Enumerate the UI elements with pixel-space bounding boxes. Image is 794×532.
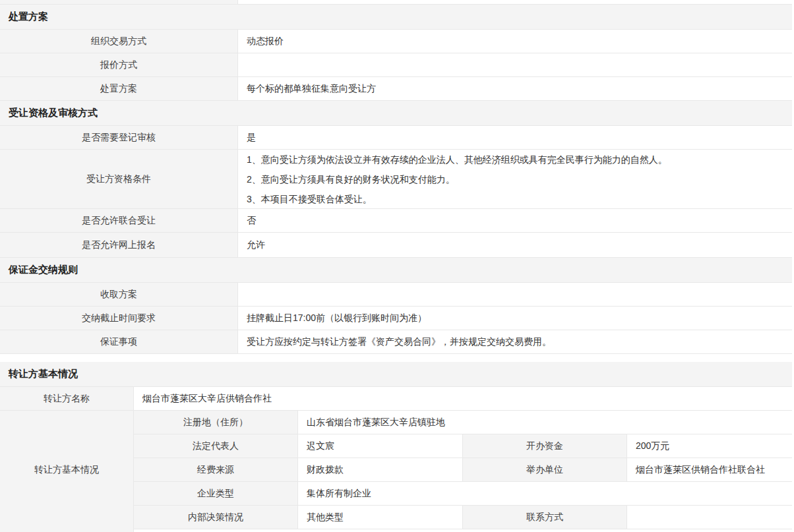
field-label: 举办单位 [463, 458, 627, 481]
field-label: 联系方式 [463, 506, 627, 529]
section-title: 转让方基本情况 [9, 368, 78, 380]
field-value: 动态报价 [238, 30, 792, 53]
field-value: 否 [238, 209, 792, 232]
cutoff-value-cell [134, 529, 792, 532]
field-value: 挂牌截止日17:00前（以银行到账时间为准） [238, 307, 792, 330]
detail-row-enterprise-type: 企业类型 集体所有制企业 [134, 482, 792, 506]
field-row-guarantee-matters: 保证事项 受让方应按约定与转让方签署《资产交易合同》，并按规定交纳交易费用。 [0, 330, 792, 354]
field-label: 转让方名称 [0, 387, 134, 410]
section-header-deposit-rules: 保证金交纳规则 [0, 258, 792, 283]
field-row-disposal-plan: 处置方案 每个标的都单独征集意向受让方 [0, 77, 792, 101]
field-row-registration-review: 是否需要登记审核 是 [0, 126, 792, 150]
field-label: 开办资金 [463, 434, 627, 458]
cutoff-next-row [0, 529, 792, 532]
field-value: 烟台市蓬莱区供销合作社联合社 [627, 458, 792, 481]
field-row-qualification-conditions: 受让方资格条件 1、意向受让方须为依法设立并有效存续的企业法人、其他经济组织或具… [0, 150, 792, 209]
group-rowspan-label: 转让方基本情况 [0, 411, 134, 529]
section-title: 保证金交纳规则 [9, 264, 78, 276]
field-value: 是 [238, 126, 792, 149]
field-label: 是否允许联合受让 [0, 209, 238, 232]
field-label: 经费来源 [134, 458, 298, 481]
condition-line: 2、意向受让方须具有良好的财务状况和支付能力。 [247, 169, 455, 189]
table-gap [0, 354, 792, 362]
section-title: 处置方案 [9, 11, 48, 23]
detail-row-registered-address: 注册地（住所） 山东省烟台市蓬莱区大辛店镇驻地 [134, 411, 792, 434]
field-label: 受让方资格条件 [0, 150, 238, 208]
detail-row-legal-rep-capital: 法定代表人 迟文宸 开办资金 200万元 [134, 434, 792, 458]
field-label: 报价方式 [0, 53, 238, 76]
field-label: 处置方案 [0, 77, 238, 100]
field-row-transferor-name: 转让方名称 烟台市蓬莱区大辛店供销合作社 [0, 387, 792, 411]
cutoff-group-label-cell [0, 529, 134, 532]
transferor-detail-group: 转让方基本情况 注册地（住所） 山东省烟台市蓬莱区大辛店镇驻地 法定代表人 迟文… [0, 411, 792, 529]
section-header-transferor-info: 转让方基本情况 [0, 362, 792, 387]
field-value: 烟台市蓬莱区大辛店供销合作社 [134, 387, 792, 410]
field-row-payment-deadline: 交纳截止时间要求 挂牌截止日17:00前（以银行到账时间为准） [0, 307, 792, 330]
field-label: 是否需要登记审核 [0, 126, 238, 149]
cutoff-label-cell [0, 0, 238, 4]
section-title: 受让资格及审核方式 [9, 107, 98, 119]
field-label: 企业类型 [134, 482, 298, 505]
field-value: 允许 [238, 233, 792, 257]
field-value [238, 53, 792, 76]
field-row-joint-transfer: 是否允许联合受让 否 [0, 209, 792, 233]
field-value: 其他类型 [298, 506, 463, 529]
listing-detail-page: 处置方案 组织交易方式 动态报价 报价方式 处置方案 每个标的都单独征集意向受让… [0, 0, 792, 532]
field-row-collection-plan: 收取方案 [0, 283, 792, 307]
field-value: 财政拨款 [298, 458, 463, 481]
field-row-online-signup: 是否允许网上报名 允许 [0, 233, 792, 258]
field-label: 保证事项 [0, 330, 238, 353]
field-value: 每个标的都单独征集意向受让方 [238, 77, 792, 100]
section-header-transferee-qualification: 受让资格及审核方式 [0, 101, 792, 126]
field-label: 组织交易方式 [0, 30, 238, 53]
condition-line: 1、意向受让方须为依法设立并有效存续的企业法人、其他经济组织或具有完全民事行为能… [247, 150, 667, 169]
field-value-multiline: 1、意向受让方须为依法设立并有效存续的企业法人、其他经济组织或具有完全民事行为能… [238, 150, 792, 208]
field-label: 法定代表人 [134, 434, 298, 458]
field-value: 集体所有制企业 [298, 482, 792, 505]
field-label: 是否允许网上报名 [0, 233, 238, 257]
detail-row-funding-organizer: 经费来源 财政拨款 举办单位 烟台市蓬莱区供销合作社联合社 [134, 458, 792, 482]
field-value [238, 283, 792, 306]
field-label: 注册地（住所） [134, 411, 298, 434]
detail-row-decision-contact: 内部决策情况 其他类型 联系方式 [134, 506, 792, 529]
field-label: 交纳截止时间要求 [0, 307, 238, 330]
field-label: 收取方案 [0, 283, 238, 306]
section-header-disposal-plan: 处置方案 [0, 5, 792, 30]
field-value [627, 506, 792, 529]
field-row-quote-method: 报价方式 [0, 53, 792, 77]
condition-line: 3、本项目不接受联合体受让。 [247, 189, 372, 209]
cutoff-value-cell [238, 0, 792, 4]
field-value: 迟文宸 [298, 434, 463, 458]
field-value: 山东省烟台市蓬莱区大辛店镇驻地 [298, 411, 792, 434]
field-value: 受让方应按约定与转让方签署《资产交易合同》，并按规定交纳交易费用。 [238, 330, 792, 353]
cutoff-previous-row [0, 0, 792, 5]
field-label: 内部决策情况 [134, 506, 298, 529]
field-row-trade-method: 组织交易方式 动态报价 [0, 30, 792, 53]
field-value: 200万元 [627, 434, 792, 458]
group-rows: 注册地（住所） 山东省烟台市蓬莱区大辛店镇驻地 法定代表人 迟文宸 开办资金 2… [134, 411, 792, 529]
